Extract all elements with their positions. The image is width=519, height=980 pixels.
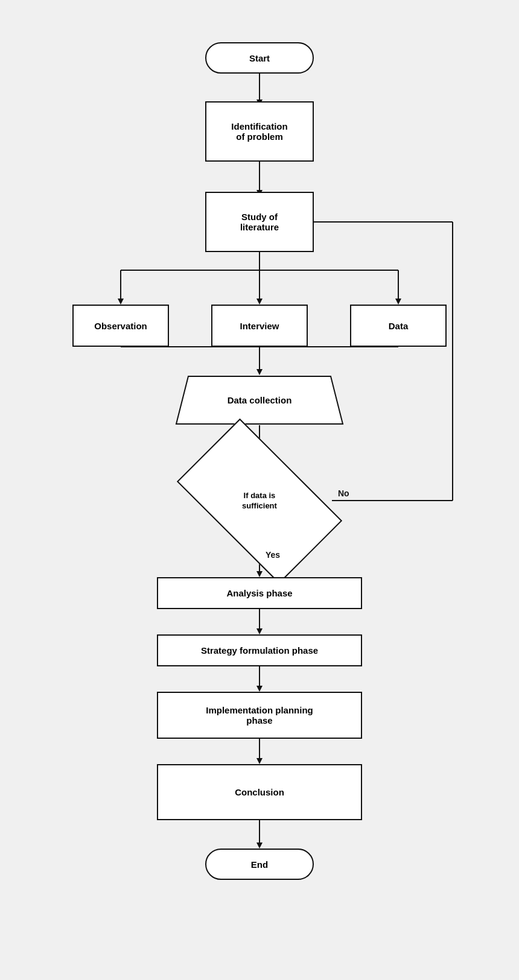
- identification-node: Identification of problem: [205, 101, 314, 162]
- svg-marker-29: [256, 758, 263, 764]
- interview-node: Interview: [211, 305, 308, 347]
- no-label: No: [338, 488, 349, 498]
- svg-marker-23: [256, 571, 263, 577]
- end-node: End: [205, 849, 314, 880]
- study-label: Study of literature: [240, 212, 279, 232]
- yes-label: Yes: [266, 550, 280, 560]
- svg-marker-9: [256, 299, 263, 305]
- observation-label: Observation: [94, 321, 147, 331]
- start-label: Start: [249, 53, 270, 63]
- implementation-node: Implementation planning phase: [157, 692, 362, 739]
- study-node: Study of literature: [205, 192, 314, 252]
- svg-marker-15: [256, 369, 263, 375]
- start-node: Start: [205, 42, 314, 74]
- data-node: Data: [350, 305, 447, 347]
- data-label: Data: [389, 321, 409, 331]
- svg-marker-7: [118, 299, 124, 305]
- diamond-node: If data is sufficient: [187, 457, 332, 546]
- observation-node: Observation: [72, 305, 169, 347]
- identification-label: Identification of problem: [231, 121, 287, 142]
- analysis-label: Analysis phase: [226, 588, 292, 598]
- svg-marker-11: [395, 299, 401, 305]
- svg-marker-27: [256, 686, 263, 692]
- svg-marker-25: [256, 628, 263, 634]
- conclusion-label: Conclusion: [235, 787, 284, 797]
- interview-label: Interview: [240, 321, 279, 331]
- data-collection-node: Data collection: [175, 375, 344, 425]
- end-label: End: [251, 859, 268, 870]
- svg-marker-31: [256, 842, 263, 849]
- analysis-node: Analysis phase: [157, 577, 362, 609]
- diamond-label: If data is sufficient: [242, 491, 277, 511]
- conclusion-node: Conclusion: [157, 764, 362, 820]
- implementation-label: Implementation planning phase: [206, 705, 313, 726]
- data-collection-label: Data collection: [228, 395, 292, 405]
- strategy-node: Strategy formulation phase: [157, 634, 362, 666]
- strategy-label: Strategy formulation phase: [201, 645, 318, 656]
